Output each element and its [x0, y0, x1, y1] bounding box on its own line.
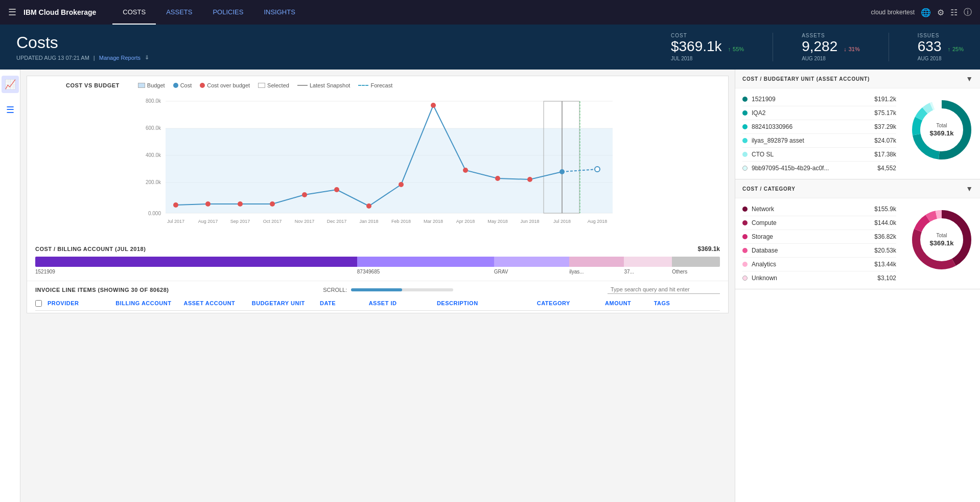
- billing-label-87349685: 87349685: [357, 269, 494, 275]
- center-content: COST VS BUDGET Budget Cost Cost over bud…: [20, 70, 735, 502]
- col-provider[interactable]: PROVIDER: [45, 300, 113, 308]
- list-item: ilyas_892879 asset $24.07k: [742, 134, 896, 148]
- invoice-title: INVOICE LINE ITEMS (SHOWING 30 OF 80628): [35, 287, 169, 293]
- cost-vs-budget-panel: COST VS BUDGET Budget Cost Cost over bud…: [27, 76, 729, 313]
- svg-point-42: [595, 167, 600, 172]
- svg-text:$369.1k: $369.1k: [930, 239, 954, 247]
- legend-cost: Cost: [173, 82, 192, 88]
- svg-rect-10: [166, 128, 613, 213]
- category-title: COST / CATEGORY: [742, 186, 796, 192]
- item-dot: [742, 138, 748, 143]
- billing-label-37: 37...: [624, 269, 672, 275]
- info-icon[interactable]: ⓘ: [964, 7, 972, 18]
- table-columns: PROVIDER BILLING ACCOUNT ASSET ACCOUNT B…: [35, 298, 720, 311]
- billing-label-1521909: 1521909: [35, 269, 357, 275]
- brand-name: IBM Cloud Brokerage: [24, 8, 96, 16]
- svg-text:200.0k: 200.0k: [146, 179, 161, 185]
- top-navigation: ☰ IBM Cloud Brokerage COSTS ASSETS POLIC…: [0, 0, 980, 25]
- billing-seg-others: [672, 257, 720, 267]
- svg-text:$369.1k: $369.1k: [930, 129, 954, 137]
- list-item: 1521909 $191.2k: [742, 93, 896, 106]
- globe-icon[interactable]: 🌐: [921, 8, 931, 17]
- svg-point-33: [302, 192, 307, 197]
- col-asset-id[interactable]: ASSET ID: [367, 300, 435, 308]
- header-title-area: Costs UPDATED AUG 13 07:21 AM | Manage R…: [16, 33, 671, 61]
- item-dot: [742, 276, 748, 281]
- list-item: Storage $36.82k: [742, 230, 896, 244]
- svg-point-34: [334, 187, 339, 192]
- nav-link-costs[interactable]: COSTS: [112, 0, 156, 25]
- nav-links: COSTS ASSETS POLICIES INSIGHTS: [112, 0, 871, 25]
- svg-text:Dec 2017: Dec 2017: [327, 219, 347, 224]
- select-all-checkbox[interactable]: [35, 300, 42, 307]
- invoice-header-row: INVOICE LINE ITEMS (SHOWING 30 OF 80628)…: [35, 285, 720, 294]
- legend-forecast: Forecast: [358, 82, 392, 88]
- svg-text:Aug 2018: Aug 2018: [588, 219, 608, 224]
- col-asset-account[interactable]: ASSET ACCOUNT: [182, 300, 250, 308]
- download-icon[interactable]: ⇓: [145, 54, 149, 61]
- svg-point-40: [527, 177, 532, 182]
- chart-container: COST VS BUDGET Budget Cost Cost over bud…: [27, 76, 728, 241]
- manage-reports-link[interactable]: Manage Reports: [99, 55, 141, 61]
- stat-issues: ISSUES 633 ↑ 25% AUG 2018: [918, 33, 964, 61]
- svg-point-30: [205, 201, 211, 207]
- nav-link-assets[interactable]: ASSETS: [156, 0, 202, 25]
- item-dot: [742, 207, 748, 212]
- chart-title: COST VS BUDGET: [66, 82, 120, 88]
- col-description[interactable]: DESCRIPTION: [435, 300, 535, 308]
- billing-seg-1521909: [35, 257, 357, 267]
- sidebar-list-icon[interactable]: ☰: [3, 101, 17, 119]
- svg-text:Jul 2017: Jul 2017: [167, 219, 184, 224]
- list-item: 882410330966 $37.29k: [742, 120, 896, 134]
- col-billing-account[interactable]: BILLING ACCOUNT: [113, 300, 181, 308]
- col-amount[interactable]: AMOUNT: [603, 300, 652, 308]
- sidebar-chart-icon[interactable]: 📈: [2, 76, 19, 93]
- stat-assets-change: ↓ 31%: [844, 46, 860, 52]
- billing-label-ilyas: ilyas...: [569, 269, 624, 275]
- right-panel: COST / BUDGETARY UNIT (ASSET ACCOUNT) ▼ …: [735, 70, 980, 502]
- svg-text:May 2018: May 2018: [487, 219, 508, 224]
- invoice-search-input[interactable]: [608, 285, 720, 294]
- svg-point-29: [173, 202, 178, 208]
- nav-link-policies[interactable]: POLICIES: [202, 0, 253, 25]
- billing-seg-grav: [494, 257, 569, 267]
- category-expand-icon[interactable]: ▼: [966, 185, 973, 193]
- nav-link-insights[interactable]: INSIGHTS: [253, 0, 305, 25]
- category-list: Network $155.9k Compute $144.0k: [735, 202, 903, 285]
- filter-icon[interactable]: ☷: [950, 8, 958, 17]
- page-title: Costs: [16, 33, 671, 52]
- item-dot: [742, 124, 748, 129]
- billing-bar: [35, 257, 720, 267]
- col-category[interactable]: CATEGORY: [535, 300, 603, 308]
- col-budgetary-unit[interactable]: BUDGETARY UNIT: [250, 300, 318, 308]
- billing-seg-ilyas: [569, 257, 624, 267]
- nav-user: cloud brokertest: [871, 9, 915, 16]
- main-layout: 📈 ☰ COST VS BUDGET Budget Cost: [0, 70, 980, 502]
- item-dot: [742, 166, 748, 171]
- billing-seg-37: [624, 257, 672, 267]
- col-tags[interactable]: TAGS: [652, 300, 720, 308]
- category-header: COST / CATEGORY ▼: [735, 179, 980, 198]
- stat-cost-change: ↑ 55%: [728, 46, 744, 52]
- arrow-down-icon: ↓: [844, 46, 847, 52]
- svg-point-36: [399, 182, 404, 187]
- budgetary-unit-header: COST / BUDGETARY UNIT (ASSET ACCOUNT) ▼: [735, 70, 980, 88]
- col-date[interactable]: DATE: [318, 300, 367, 308]
- scroll-bar[interactable]: [351, 288, 453, 291]
- svg-point-31: [238, 201, 243, 207]
- hamburger-icon[interactable]: ☰: [8, 7, 16, 18]
- category-section: COST / CATEGORY ▼ Network $155.9k: [735, 179, 980, 289]
- list-item: Analytics $13.44k: [742, 258, 896, 271]
- budgetary-unit-section: COST / BUDGETARY UNIT (ASSET ACCOUNT) ▼ …: [735, 70, 980, 179]
- svg-point-32: [270, 201, 275, 207]
- svg-text:Total: Total: [936, 233, 947, 238]
- budgetary-unit-list: 1521909 $191.2k IQA2 $75.17k: [735, 93, 903, 175]
- item-dot: [742, 97, 748, 102]
- billing-section: COST / BILLING ACCOUNT (JUL 2018) $369.1…: [27, 241, 728, 281]
- nav-right: cloud brokertest 🌐 ⚙ ☷ ⓘ: [871, 7, 972, 18]
- header-subtitle: UPDATED AUG 13 07:21 AM | Manage Reports…: [16, 54, 671, 61]
- billing-title: COST / BILLING ACCOUNT (JUL 2018): [35, 246, 146, 252]
- left-sidebar: 📈 ☰: [0, 70, 20, 502]
- budgetary-unit-expand-icon[interactable]: ▼: [966, 75, 973, 83]
- gear-icon[interactable]: ⚙: [937, 8, 944, 17]
